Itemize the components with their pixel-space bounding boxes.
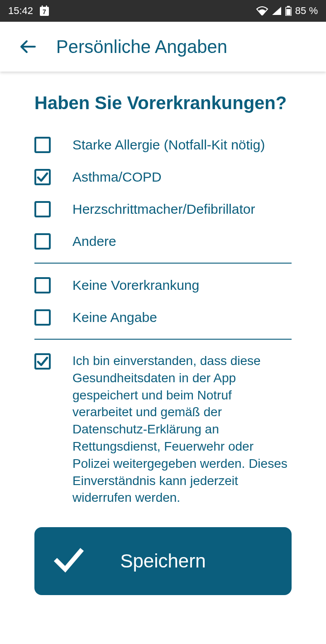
- option-row[interactable]: Starke Allergie (Notfall-Kit nötig): [34, 129, 292, 161]
- checkbox-allergie[interactable]: [34, 137, 51, 153]
- checkbox-andere[interactable]: [34, 233, 51, 250]
- consent-text: Ich bin einverstanden, dass diese Gesund…: [72, 352, 292, 506]
- svg-text:7: 7: [43, 8, 46, 15]
- arrow-left-icon: [19, 38, 37, 55]
- question-heading: Haben Sie Vorerkrankungen?: [34, 91, 292, 115]
- checkbox-keine-vorerkrankung[interactable]: [34, 277, 51, 293]
- signal-icon: [272, 6, 282, 15]
- option-row[interactable]: Herzschrittmacher/Defibrillator: [34, 193, 292, 225]
- consent-row[interactable]: Ich bin einverstanden, dass diese Gesund…: [34, 345, 292, 514]
- checkbox-asthma[interactable]: [34, 169, 51, 185]
- option-label: Starke Allergie (Notfall-Kit nötig): [72, 136, 265, 154]
- checkbox-keine-angabe[interactable]: [34, 309, 51, 326]
- divider: [34, 263, 292, 264]
- status-bar: 15:42 7 85 %: [0, 0, 326, 22]
- status-time: 15:42: [8, 5, 33, 17]
- back-button[interactable]: [18, 37, 38, 57]
- check-icon: [51, 542, 87, 580]
- checkbox-herzschrittmacher[interactable]: [34, 201, 51, 217]
- save-label: Speichern: [120, 550, 206, 572]
- option-label: Keine Angabe: [72, 308, 157, 326]
- page-title: Persönliche Angaben: [56, 37, 227, 57]
- calendar-icon: 7: [39, 5, 49, 16]
- option-row[interactable]: Asthma/COPD: [34, 161, 292, 193]
- option-label: Asthma/COPD: [72, 168, 162, 186]
- option-label: Herzschrittmacher/Defibrillator: [72, 200, 255, 218]
- option-row[interactable]: Andere: [34, 225, 292, 257]
- app-header: Persönliche Angaben: [0, 22, 326, 72]
- save-button[interactable]: Speichern: [34, 527, 292, 595]
- content-area: Haben Sie Vorerkrankungen? Starke Allerg…: [0, 72, 326, 595]
- wifi-icon: [256, 6, 268, 15]
- option-label: Keine Vorerkrankung: [72, 276, 199, 294]
- status-battery-text: 85 %: [295, 5, 318, 17]
- svg-rect-2: [42, 5, 43, 8]
- divider: [34, 339, 292, 340]
- option-label: Andere: [72, 232, 116, 250]
- checkbox-consent[interactable]: [34, 353, 51, 370]
- option-row[interactable]: Keine Angabe: [34, 301, 292, 333]
- option-row[interactable]: Keine Vorerkrankung: [34, 269, 292, 301]
- svg-rect-3: [46, 5, 48, 8]
- battery-icon: [285, 6, 292, 16]
- svg-rect-7: [286, 9, 290, 15]
